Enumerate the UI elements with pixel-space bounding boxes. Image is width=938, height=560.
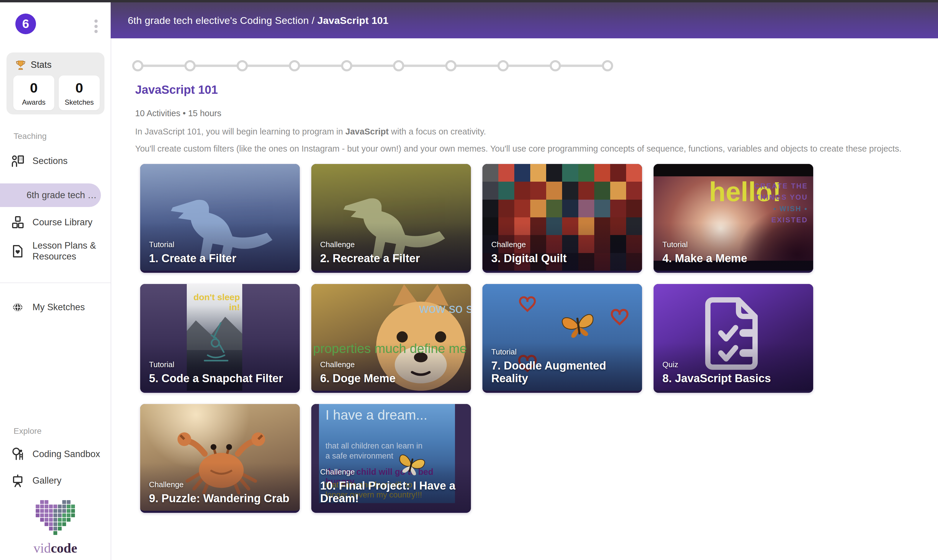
awards-value: 0: [13, 80, 54, 96]
activity-type: Quiz: [662, 360, 771, 369]
activity-type: Tutorial: [491, 348, 642, 357]
activity-card-9[interactable]: Challenge 9. Puzzle: Wandering Crab: [140, 404, 300, 513]
sidebar-divider: [0, 283, 111, 283]
sidebar: 6 Stats 0 Awards 0 Sketches: [0, 2, 111, 560]
activity-title: 5. Code a Snapchat Filter: [149, 372, 283, 385]
activity-type: Challenge: [491, 240, 567, 249]
window-top-strip: [0, 0, 938, 2]
microscope-doodle: [198, 319, 236, 366]
sidebar-item-sections[interactable]: Sections: [0, 152, 111, 170]
course-meta: 10 Activities • 15 hours: [135, 109, 221, 118]
logo-text-vid: vid: [33, 540, 51, 555]
course-progress-track: [132, 60, 613, 71]
activity-card-7[interactable]: Tutorial 7. Doodle Augmented Reality: [482, 284, 642, 393]
activity-type: Challenge: [320, 468, 471, 477]
gem-icon: [11, 300, 25, 314]
course-description-2: You'll create custom filters (like the o…: [135, 144, 901, 154]
activity-title: 4. Make a Meme: [662, 252, 747, 265]
sidebar-item-label: Course Library: [32, 217, 92, 228]
activity-card-6[interactable]: wow so s properties much define me Chall…: [311, 284, 471, 393]
activity-title: 8. JavaScript Basics: [662, 372, 771, 385]
course-description-1: In JavaScript 101, you will begin learni…: [135, 127, 486, 137]
progress-step-dot[interactable]: [393, 60, 404, 71]
vidcode-logo: vidcode: [0, 500, 111, 556]
activity-title: 10. Final Project: I Have a Dream!: [320, 480, 471, 505]
butterfly-illustration: [555, 302, 602, 349]
activity-title: 3. Digital Quilt: [491, 252, 567, 265]
vidcode-heart-logo: [36, 500, 75, 535]
sidebar-item-course-library[interactable]: Course Library: [0, 214, 111, 231]
sidebar-item-label: Lesson Plans & Resources: [32, 240, 103, 262]
sidebar-item-gallery[interactable]: Gallery: [0, 472, 111, 489]
teaching-section-label: Teaching: [14, 132, 47, 141]
progress-step-dot[interactable]: [289, 60, 300, 71]
activity-title: 6. Doge Meme: [320, 372, 396, 385]
logo-text-code: code: [51, 540, 77, 555]
sidebar-item-my-sketches[interactable]: My Sketches: [0, 298, 111, 316]
activity-card-2[interactable]: Challenge 2. Recreate a Filter: [311, 164, 471, 273]
sketches-value: 0: [59, 80, 100, 96]
blocks-icon: [11, 215, 25, 229]
sketches-label: Sketches: [59, 98, 100, 106]
activity-type: Tutorial: [662, 240, 747, 249]
activity-grid: Tutorial 1. Create a Filter Challenge 2.…: [140, 164, 813, 513]
treehouse-icon: [11, 447, 25, 461]
selected-section-label: 6th grade tech …: [26, 190, 97, 200]
activity-type: Challenge: [320, 360, 396, 369]
progress-step-dot[interactable]: [550, 60, 561, 71]
breadcrumb[interactable]: 6th grade tech elective's Coding Section…: [128, 15, 388, 26]
awards-stat-card: 0 Awards: [13, 75, 54, 110]
activity-type: Tutorial: [149, 360, 283, 369]
sketches-stat-card: 0 Sketches: [59, 75, 100, 110]
progress-step-dot[interactable]: [602, 60, 613, 71]
progress-step-dot[interactable]: [185, 60, 196, 71]
page-header: 6th grade tech elective's Coding Section…: [111, 2, 938, 38]
activity-card-10[interactable]: I have a dream... that all children can …: [311, 404, 471, 513]
breadcrumb-section: 6th grade tech elective's Coding Section…: [128, 15, 317, 26]
progress-step-dot[interactable]: [445, 60, 456, 71]
progress-step-dot[interactable]: [132, 60, 143, 71]
explore-section-label: Explore: [14, 426, 42, 436]
sidebar-item-label: My Sketches: [32, 302, 85, 312]
activity-type: Tutorial: [149, 240, 236, 249]
sidebar-item-lesson-plans[interactable]: Lesson Plans & Resources: [0, 237, 111, 265]
activity-type: Challenge: [149, 480, 290, 489]
vidcode-app: 6 Stats 0 Awards 0 Sketches: [0, 0, 938, 560]
activity-title: 9. Puzzle: Wandering Crab: [149, 492, 290, 505]
meme-headline: hello!: [709, 176, 781, 207]
breadcrumb-current: JavaScript 101: [317, 15, 388, 26]
classroom-icon: [11, 154, 25, 168]
kebab-menu-icon[interactable]: [90, 19, 102, 34]
stats-panel: Stats 0 Awards 0 Sketches: [6, 52, 105, 114]
activity-card-1[interactable]: Tutorial 1. Create a Filter: [140, 164, 300, 273]
sidebar-item-coding-sandbox[interactable]: Coding Sandbox: [0, 445, 111, 463]
activity-card-4[interactable]: hello! CREATE THE THINGS YOU • WISH • EX…: [653, 164, 813, 273]
course-main: JavaScript 101 10 Activities • 15 hours …: [111, 38, 938, 560]
progress-step-dot[interactable]: [497, 60, 509, 71]
dream-line-2: that all children can learn in a safe en…: [325, 441, 426, 461]
progress-step-dot[interactable]: [237, 60, 248, 71]
activity-title: 1. Create a Filter: [149, 252, 236, 265]
sidebar-item-label: Gallery: [32, 475, 62, 486]
activity-title: 2. Recreate a Filter: [320, 252, 420, 265]
heart-doodle: [513, 292, 541, 320]
stats-title: Stats: [31, 60, 52, 70]
activity-title: 7. Doodle Augmented Reality: [491, 360, 642, 385]
meme-side-text: CREATE THE THINGS YOU • WISH • EXISTED: [754, 180, 808, 226]
section-badge[interactable]: 6: [15, 14, 36, 34]
activity-card-8[interactable]: Quiz 8. JavaScript Basics: [653, 284, 813, 393]
sidebar-item-selected-section[interactable]: 6th grade tech …: [0, 183, 101, 207]
easel-icon: [11, 474, 25, 488]
progress-step-dot[interactable]: [341, 60, 352, 71]
activity-type: Challenge: [320, 240, 420, 249]
activity-card-5[interactable]: don't sleep in! Tutorial 5. Code a Snapc…: [140, 284, 300, 393]
activity-card-3[interactable]: Challenge 3. Digital Quilt: [482, 164, 642, 273]
filter-caption: don't sleep in!: [193, 292, 240, 312]
course-title: JavaScript 101: [135, 83, 218, 97]
heart-doodle: [605, 305, 635, 334]
doge-bottom-text: properties much define me: [313, 341, 467, 356]
doge-top-text: wow so s: [419, 301, 471, 316]
document-heart-icon: [11, 244, 25, 258]
dream-line-1: I have a dream...: [325, 407, 427, 423]
sidebar-item-label: Sections: [32, 156, 68, 166]
